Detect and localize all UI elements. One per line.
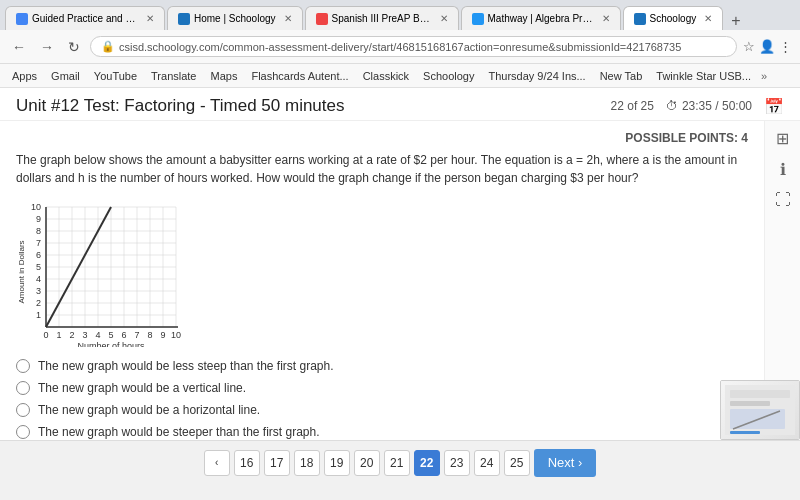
bookmark-flashcards[interactable]: Flashcards Autent...	[247, 69, 352, 83]
svg-text:3: 3	[82, 330, 87, 340]
address-text: csisd.schoology.com/common-assessment-de…	[119, 41, 681, 53]
radio-d[interactable]	[16, 425, 30, 439]
reload-button[interactable]: ↻	[64, 37, 84, 57]
bookmark-classkick[interactable]: Classkick	[359, 69, 413, 83]
bookmark-star-button[interactable]: ☆	[743, 39, 755, 54]
radio-a[interactable]	[16, 359, 30, 373]
bookmark-translate[interactable]: Translate	[147, 69, 200, 83]
bookmark-label: Thursday 9/24 Ins...	[488, 70, 585, 82]
calendar-icon-button[interactable]: 📅	[764, 97, 784, 116]
back-button[interactable]: ←	[8, 37, 30, 57]
question-count: 22 of 25	[611, 99, 654, 113]
svg-text:3: 3	[36, 286, 41, 296]
bookmark-thursday[interactable]: Thursday 9/24 Ins...	[484, 69, 589, 83]
answer-choices: The new graph would be less steep than t…	[16, 359, 748, 440]
radio-c[interactable]	[16, 403, 30, 417]
svg-text:5: 5	[36, 262, 41, 272]
svg-text:2: 2	[69, 330, 74, 340]
page-19-button[interactable]: 19	[324, 450, 350, 476]
page-18-button[interactable]: 18	[294, 450, 320, 476]
tab-label: Schoology	[650, 13, 697, 24]
choice-c[interactable]: The new graph would be a horizontal line…	[16, 403, 748, 417]
tab-close-icon[interactable]: ✕	[704, 13, 712, 24]
page-21-button[interactable]: 21	[384, 450, 410, 476]
svg-text:Amount in Dollars: Amount in Dollars	[17, 240, 26, 303]
question-area: POSSIBLE POINTS: 4 The graph below shows…	[0, 121, 764, 440]
page-16-button[interactable]: 16	[234, 450, 260, 476]
choice-d[interactable]: The new graph would be steeper than the …	[16, 425, 748, 439]
svg-text:10: 10	[171, 330, 181, 340]
tab-spanish[interactable]: Spanish III PreAP B: Section 9:... ✕	[305, 6, 459, 30]
page-20-button[interactable]: 20	[354, 450, 380, 476]
profile-button[interactable]: 👤	[759, 39, 775, 54]
tab-favicon	[316, 13, 328, 25]
page-header: Unit #12 Test: Factoring - Timed 50 minu…	[0, 88, 800, 121]
forward-button[interactable]: →	[36, 37, 58, 57]
tab-mathway[interactable]: Mathway | Algebra Problem S... ✕	[461, 6, 621, 30]
lock-icon: 🔒	[101, 40, 115, 53]
tab-favicon	[472, 13, 484, 25]
svg-text:9: 9	[36, 214, 41, 224]
tab-label: Mathway | Algebra Problem S...	[488, 13, 594, 24]
svg-text:1: 1	[36, 310, 41, 320]
svg-text:7: 7	[134, 330, 139, 340]
thumbnail-inner	[721, 381, 799, 439]
bookmark-gmail[interactable]: Gmail	[47, 69, 84, 83]
choice-b[interactable]: The new graph would be a vertical line.	[16, 381, 748, 395]
possible-points: POSSIBLE POINTS: 4	[16, 131, 748, 145]
address-bar[interactable]: 🔒 csisd.schoology.com/common-assessment-…	[90, 36, 737, 57]
tab-home-schoology[interactable]: Home | Schoology ✕	[167, 6, 303, 30]
tab-label: Home | Schoology	[194, 13, 276, 24]
svg-rect-49	[730, 390, 790, 398]
grid-icon[interactable]: ⊞	[776, 129, 789, 148]
choice-a-text: The new graph would be less steep than t…	[38, 359, 334, 373]
tab-favicon	[16, 13, 28, 25]
bookmark-label: YouTube	[94, 70, 137, 82]
tab-close-icon[interactable]: ✕	[602, 13, 610, 24]
page-25-button[interactable]: 25	[504, 450, 530, 476]
bookmark-label: Apps	[12, 70, 37, 82]
page-24-button[interactable]: 24	[474, 450, 500, 476]
svg-rect-53	[730, 431, 760, 434]
tab-close-icon[interactable]: ✕	[440, 13, 448, 24]
svg-text:0: 0	[43, 330, 48, 340]
svg-rect-50	[730, 401, 770, 406]
svg-text:8: 8	[36, 226, 41, 236]
tab-guided-practice[interactable]: Guided Practice and Core Pra... ✕	[5, 6, 165, 30]
tab-schoology-active[interactable]: Schoology ✕	[623, 6, 724, 30]
svg-text:6: 6	[121, 330, 126, 340]
svg-text:Number of hours: Number of hours	[77, 341, 145, 347]
tab-close-icon[interactable]: ✕	[284, 13, 292, 24]
svg-text:10: 10	[31, 202, 41, 212]
menu-button[interactable]: ⋮	[779, 39, 792, 54]
bookmark-label: Maps	[211, 70, 238, 82]
page-22-button[interactable]: 22	[414, 450, 440, 476]
expand-icon[interactable]: ⛶	[775, 191, 791, 209]
content-area: Unit #12 Test: Factoring - Timed 50 minu…	[0, 88, 800, 440]
page-17-button[interactable]: 17	[264, 450, 290, 476]
svg-text:5: 5	[108, 330, 113, 340]
bookmark-twinkle[interactable]: Twinkle Star USB...	[652, 69, 755, 83]
svg-text:4: 4	[36, 274, 41, 284]
nav-bar: ← → ↻ 🔒 csisd.schoology.com/common-asses…	[0, 30, 800, 64]
bookmark-newtab[interactable]: New Tab	[596, 69, 647, 83]
graph-container: 10 9 8 7 6 5 4 3 2 1 0 1 2 3	[16, 197, 748, 347]
bookmark-label: Gmail	[51, 70, 80, 82]
question-text: The graph below shows the amount a babys…	[16, 151, 748, 187]
tab-close-icon[interactable]: ✕	[146, 13, 154, 24]
new-tab-button[interactable]: +	[725, 12, 746, 30]
bookmark-maps[interactable]: Maps	[207, 69, 242, 83]
tab-favicon	[634, 13, 646, 25]
bookmark-youtube[interactable]: YouTube	[90, 69, 141, 83]
prev-page-button[interactable]: ‹	[204, 450, 230, 476]
next-button[interactable]: Next ›	[534, 449, 597, 477]
bookmark-label: Schoology	[423, 70, 474, 82]
radio-b[interactable]	[16, 381, 30, 395]
page-23-button[interactable]: 23	[444, 450, 470, 476]
info-icon[interactable]: ℹ	[780, 160, 786, 179]
svg-text:6: 6	[36, 250, 41, 260]
bookmark-apps[interactable]: Apps	[8, 69, 41, 83]
choice-d-text: The new graph would be steeper than the …	[38, 425, 320, 439]
bookmark-schoology[interactable]: Schoology	[419, 69, 478, 83]
choice-a[interactable]: The new graph would be less steep than t…	[16, 359, 748, 373]
